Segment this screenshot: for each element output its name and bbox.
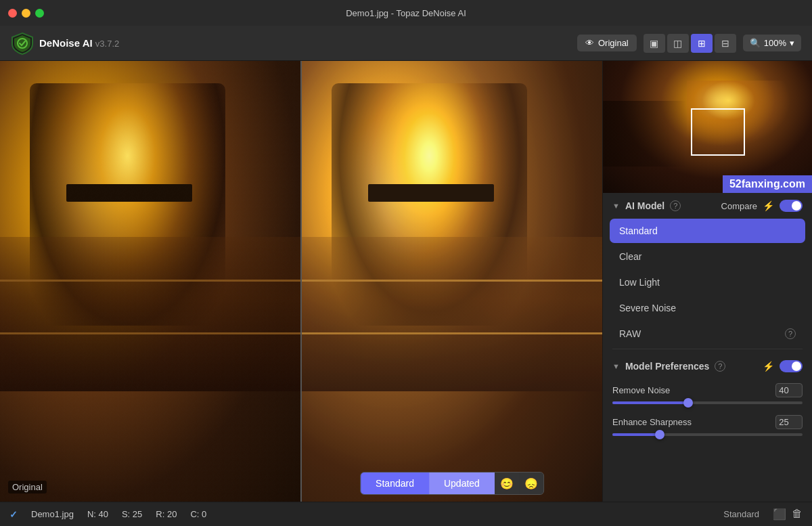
- pref-lightning-icon: ⚡: [763, 361, 774, 372]
- ai-model-section-header: ▼ AI Model ? Compare ⚡: [603, 193, 812, 219]
- model-pref-right-controls: ⚡: [763, 360, 803, 372]
- ai-model-right-controls: Compare ⚡: [721, 200, 803, 212]
- separator-1: [612, 349, 803, 349]
- split-active-button[interactable]: ⊞: [691, 34, 713, 53]
- thumbnail-viewport-rect[interactable]: [691, 108, 745, 156]
- zoom-button[interactable]: 🔍 100% ▾: [743, 35, 801, 51]
- status-raw: R: 20: [156, 509, 177, 519]
- model-item-clear[interactable]: Clear: [610, 244, 805, 269]
- toolbar-center: 👁 Original ▣ ◫ ⊞ ⊟ 🔍 100% ▾: [577, 34, 801, 53]
- remove-noise-label: Remove Noise: [612, 385, 670, 395]
- raw-help-icon[interactable]: ?: [785, 328, 796, 339]
- status-color: C: 0: [190, 509, 206, 519]
- close-button[interactable]: [8, 9, 17, 18]
- enhance-sharpness-label: Enhance Sharpness: [612, 417, 692, 427]
- original-button[interactable]: 👁 Original: [577, 35, 637, 51]
- status-bar: ✓ Demo1.jpg N: 40 S: 25 R: 20 C: 0 Stand…: [0, 502, 812, 526]
- model-item-severe-noise[interactable]: Severe Noise: [610, 296, 805, 320]
- view-buttons: ▣ ◫ ⊞ ⊟: [644, 34, 736, 53]
- status-check-icon: ✓: [9, 509, 18, 520]
- emoji-happy-button[interactable]: 😊: [495, 473, 519, 494]
- zoom-icon: 🔍: [750, 38, 761, 48]
- compare-bar: Standard Updated 😊 😞: [360, 472, 544, 495]
- split-v-button[interactable]: ◫: [667, 34, 689, 53]
- right-panel: 52fanxing.com ▼ AI Model ? Compare ⚡ Sta…: [602, 61, 812, 502]
- compare-updated-button[interactable]: Updated: [429, 473, 495, 494]
- status-noise: N: 40: [87, 509, 108, 519]
- enhance-sharpness-track[interactable]: [612, 433, 803, 436]
- model-pref-toggle[interactable]: [780, 360, 803, 372]
- compare-standard-button[interactable]: Standard: [361, 473, 429, 494]
- app-name: DeNoise AI v3.7.2: [39, 37, 119, 49]
- logo-icon: [11, 32, 34, 55]
- model-pref-section-header: ▼ Model Preferences ? ⚡: [603, 353, 812, 379]
- app-version: v3.7.2: [95, 39, 119, 49]
- enhance-sharpness-fill: [612, 433, 660, 436]
- left-image-panel: Original: [0, 61, 300, 502]
- split-h-button[interactable]: ⊟: [715, 34, 736, 53]
- remove-noise-track[interactable]: [612, 401, 803, 404]
- single-view-button[interactable]: ▣: [644, 34, 665, 53]
- status-save-icon[interactable]: ⬛: [773, 508, 786, 521]
- remove-noise-value[interactable]: [775, 383, 803, 397]
- compare-label: Compare: [721, 201, 757, 211]
- remove-noise-fill: [612, 401, 688, 404]
- status-sharpness: S: 25: [122, 509, 142, 519]
- controls-area[interactable]: ▼ AI Model ? Compare ⚡ Standard Clear: [603, 193, 812, 502]
- enhance-sharpness-value[interactable]: [775, 415, 803, 429]
- remove-noise-thumb[interactable]: [683, 398, 693, 408]
- maximize-button[interactable]: [35, 9, 44, 18]
- minimize-button[interactable]: [22, 9, 30, 18]
- lightning-icon: ⚡: [763, 200, 774, 211]
- thumbnail-area: 52fanxing.com: [603, 61, 812, 193]
- traffic-lights: [8, 9, 44, 18]
- emoji-sad-button[interactable]: 😞: [519, 473, 543, 494]
- chevron-down-icon: ▾: [790, 38, 794, 48]
- status-icons: ⬛ 🗑: [773, 508, 803, 521]
- model-item-low-light[interactable]: Low Light: [610, 270, 805, 294]
- ai-model-help-icon[interactable]: ?: [670, 200, 681, 211]
- ai-model-title: AI Model: [625, 200, 664, 211]
- ai-model-toggle[interactable]: [780, 200, 803, 212]
- status-filename: Demo1.jpg: [31, 509, 74, 519]
- status-delete-icon[interactable]: 🗑: [792, 508, 803, 521]
- main-content: Original Standard Updated 😊 😞: [0, 61, 812, 502]
- pref-chevron-icon: ▼: [612, 362, 620, 370]
- enhance-sharpness-thumb[interactable]: [655, 430, 664, 439]
- window-title: Demo1.jpg - Topaz DeNoise AI: [346, 8, 466, 18]
- model-item-raw[interactable]: RAW ?: [610, 322, 805, 346]
- toolbar: DeNoise AI v3.7.2 👁 Original ▣ ◫ ⊞ ⊟ 🔍 1…: [0, 26, 812, 61]
- status-model: Standard: [723, 509, 759, 519]
- split-view: Original Standard Updated 😊 😞: [0, 61, 602, 502]
- model-list: Standard Clear Low Light Severe Noise RA…: [603, 219, 812, 346]
- model-preferences-section: ▼ Model Preferences ? ⚡ Remove Noise: [603, 353, 812, 443]
- eye-icon: 👁: [585, 38, 594, 48]
- remove-noise-row: Remove Noise: [603, 379, 812, 411]
- model-item-standard[interactable]: Standard: [610, 219, 805, 243]
- left-panel-label: Original: [8, 481, 47, 494]
- model-pref-title: Model Preferences: [625, 361, 710, 372]
- enhance-sharpness-row: Enhance Sharpness: [603, 411, 812, 443]
- image-area: Original Standard Updated 😊 😞: [0, 61, 602, 502]
- watermark: 52fanxing.com: [723, 175, 812, 193]
- right-image-panel: Standard Updated 😊 😞: [302, 61, 602, 502]
- chevron-icon: ▼: [612, 202, 620, 210]
- model-pref-help-icon[interactable]: ?: [715, 361, 725, 372]
- logo-area: DeNoise AI v3.7.2: [11, 32, 119, 55]
- title-bar: Demo1.jpg - Topaz DeNoise AI: [0, 0, 812, 26]
